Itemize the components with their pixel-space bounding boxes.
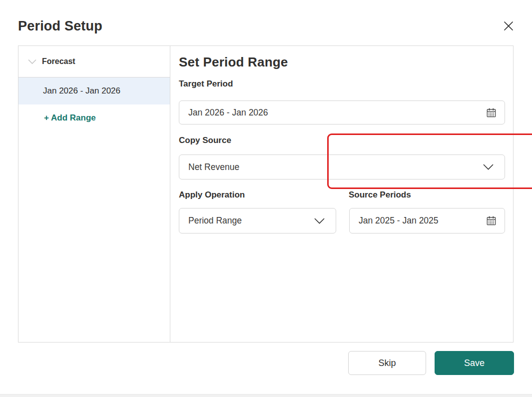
copy-source-select[interactable]: Net Revenue xyxy=(179,154,505,180)
close-icon xyxy=(503,20,514,33)
section-heading: Set Period Range xyxy=(179,54,288,70)
background-content-edge xyxy=(0,394,532,397)
tree-root-label: Forecast xyxy=(42,57,75,66)
add-range-button[interactable]: + Add Range xyxy=(18,113,170,123)
chevron-down-icon[interactable] xyxy=(314,218,336,224)
skip-button[interactable]: Skip xyxy=(348,351,426,375)
page-title: Period Setup xyxy=(18,18,102,34)
calendar-icon[interactable] xyxy=(486,107,505,118)
source-periods-label: Source Periods xyxy=(349,190,411,200)
set-period-range-form: Set Period Range Target Period Jan 2026 … xyxy=(170,46,513,342)
save-button[interactable]: Save xyxy=(435,351,514,375)
sidebar-item-period-range[interactable]: Jan 2026 - Jan 2026 xyxy=(18,78,170,104)
dialog-body-panel: Forecast Jan 2026 - Jan 2026 + Add Range… xyxy=(18,46,514,342)
sidebar-tree-root-forecast[interactable]: Forecast xyxy=(18,46,170,78)
copy-source-value: Net Revenue xyxy=(179,162,483,172)
apply-operation-label: Apply Operation xyxy=(179,190,245,200)
copy-source-label: Copy Source xyxy=(179,136,231,146)
target-period-label: Target Period xyxy=(179,79,233,89)
apply-operation-value: Period Range xyxy=(179,216,314,226)
chevron-down-icon[interactable] xyxy=(483,164,505,170)
chevron-down-icon[interactable] xyxy=(27,58,37,65)
close-button[interactable] xyxy=(501,19,516,34)
period-sidebar: Forecast Jan 2026 - Jan 2026 + Add Range xyxy=(18,46,170,342)
apply-operation-select[interactable]: Period Range xyxy=(179,208,336,234)
calendar-icon[interactable] xyxy=(486,215,505,226)
period-setup-dialog: Period Setup Forecast Jan 2026 - Jan 202… xyxy=(0,0,532,397)
sidebar-item-label: Jan 2026 - Jan 2026 xyxy=(43,86,120,96)
source-periods-input[interactable]: Jan 2025 - Jan 2025 xyxy=(349,208,505,234)
target-period-value: Jan 2026 - Jan 2026 xyxy=(179,108,486,118)
source-periods-value: Jan 2025 - Jan 2025 xyxy=(350,216,486,226)
target-period-input[interactable]: Jan 2026 - Jan 2026 xyxy=(179,100,505,124)
